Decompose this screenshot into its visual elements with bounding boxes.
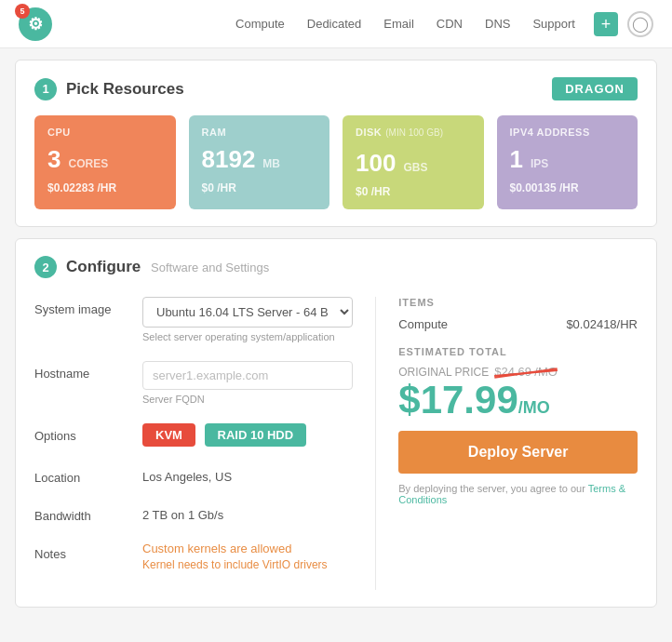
notes-label: Notes (34, 542, 128, 561)
location-row: Location Los Angeles, US (34, 465, 353, 485)
deploy-button[interactable]: Deploy Server (398, 431, 638, 474)
estimated-label: ESTIMATED TOTAL (398, 346, 638, 357)
final-price: $17.99/MO (398, 381, 638, 420)
compute-price: $0.02418/HR (566, 317, 638, 331)
location-label: Location (34, 465, 128, 485)
cpu-unit: CORES (68, 157, 108, 170)
kvm-button[interactable]: KVM (142, 423, 195, 447)
compute-item: Compute $0.02418/HR (398, 317, 638, 331)
system-image-content: Ubuntu 16.04 LTS Server - 64 Bit Select … (142, 297, 353, 342)
logo[interactable]: ⚙ 5 (19, 7, 52, 41)
ram-value: 8192 (202, 145, 256, 174)
step2-badge: 2 (34, 256, 57, 278)
dragon-button[interactable]: DRAGON (552, 77, 638, 100)
system-image-select[interactable]: Ubuntu 16.04 LTS Server - 64 Bit (142, 297, 353, 328)
nav-email[interactable]: Email (383, 17, 414, 31)
hostname-row: Hostname Server FQDN (34, 361, 353, 405)
pick-resources-section: 1 Pick Resources DRAGON CPU 3 CORES $0.0… (15, 60, 657, 227)
options-row: Options KVM RAID 10 HDD (34, 423, 353, 447)
logo-icon: ⚙ (28, 14, 43, 34)
disk-unit: GBs (403, 161, 427, 174)
ipv4-value-row: 1 IPs (510, 145, 625, 174)
location-content: Los Angeles, US (142, 465, 353, 484)
nav-links: Compute Dedicated Email CDN DNS Support (235, 17, 575, 31)
deploy-note: By deploying the server, you agree to ou… (398, 483, 638, 505)
section2-subtitle: Software and Settings (151, 261, 269, 274)
section1-title: 1 Pick Resources (34, 78, 184, 100)
notes-row: Notes Custom kernels are allowed Kernel … (34, 542, 353, 571)
section2-heading: Configure Software and Settings (66, 258, 269, 276)
step1-badge: 1 (34, 78, 57, 100)
hostname-input[interactable] (142, 361, 353, 390)
section1-header: 1 Pick Resources DRAGON (34, 77, 638, 100)
bandwidth-content: 2 TB on 1 Gb/s (142, 503, 353, 522)
location-value: Los Angeles, US (142, 465, 353, 484)
cpu-label: CPU (47, 127, 163, 138)
raid-button[interactable]: RAID 10 HDD (205, 423, 307, 447)
hostname-label: Hostname (34, 361, 128, 381)
bandwidth-row: Bandwidth 2 TB on 1 Gb/s (34, 503, 353, 523)
cpu-card[interactable]: CPU 3 CORES $0.02283 /HR (34, 115, 176, 209)
disk-price: $0 /HR (356, 185, 471, 198)
system-image-label: System image (34, 297, 128, 316)
disk-label: DISK (356, 127, 382, 138)
notes-primary: Custom kernels are allowed (142, 542, 353, 555)
system-image-hint: Select server operating system/applicati… (142, 331, 353, 342)
options-content: KVM RAID 10 HDD (142, 423, 353, 447)
resource-cards: CPU 3 CORES $0.02283 /HR RAM 8192 MB $0 … (34, 115, 638, 209)
cpu-value-row: 3 CORES (47, 145, 163, 174)
bandwidth-label: Bandwidth (34, 503, 128, 523)
compute-label: Compute (398, 317, 448, 331)
original-label: ORIGINAL PRICE (398, 366, 489, 379)
disk-value-row: 100 GBs (356, 149, 471, 178)
original-price-row: ORIGINAL PRICE $24.69 /MO (398, 365, 638, 379)
ipv4-unit: IPs (531, 157, 548, 170)
nav-dns[interactable]: DNS (485, 17, 510, 31)
configure-section: 2 Configure Software and Settings System… (15, 238, 657, 608)
ram-label: RAM (202, 127, 317, 138)
nav-compute[interactable]: Compute (235, 17, 285, 31)
nav-support[interactable]: Support (532, 17, 575, 31)
avatar[interactable]: ◯ (627, 11, 653, 37)
ram-unit: MB (262, 157, 280, 170)
hostname-hint: Server FQDN (142, 394, 353, 405)
disk-card[interactable]: DISK (MIN 100 GB) 100 GBs $0 /HR (343, 115, 484, 209)
ipv4-card[interactable]: IPV4 ADDRESS 1 IPs $0.00135 /HR (497, 115, 638, 209)
ipv4-value: 1 (510, 145, 523, 174)
ipv4-label: IPV4 ADDRESS (510, 127, 625, 138)
cpu-price: $0.02283 /HR (47, 181, 163, 194)
config-form: System image Ubuntu 16.04 LTS Server - 6… (34, 297, 353, 590)
ram-price: $0 /HR (202, 181, 317, 194)
nav-dedicated[interactable]: Dedicated (307, 17, 362, 31)
system-image-row: System image Ubuntu 16.04 LTS Server - 6… (34, 297, 353, 342)
items-label: ITEMS (398, 297, 638, 308)
section1-heading: Pick Resources (66, 80, 184, 99)
add-button[interactable]: + (594, 12, 618, 36)
nav-cdn[interactable]: CDN (437, 17, 463, 31)
bandwidth-value: 2 TB on 1 Gb/s (142, 503, 353, 522)
navbar: ⚙ 5 Compute Dedicated Email CDN DNS Supp… (0, 0, 672, 48)
ram-value-row: 8192 MB (202, 145, 317, 174)
options-label: Options (34, 423, 128, 443)
cpu-value: 3 (47, 145, 60, 174)
notification-badge: 5 (15, 4, 30, 19)
config-layout: System image Ubuntu 16.04 LTS Server - 6… (34, 297, 638, 590)
notes-secondary: Kernel needs to include VirtIO drivers (142, 558, 353, 571)
ipv4-price: $0.00135 /HR (510, 181, 625, 194)
ram-card[interactable]: RAM 8192 MB $0 /HR (189, 115, 330, 209)
disk-sublabel: (MIN 100 GB) (385, 127, 443, 138)
section2-header: 2 Configure Software and Settings (34, 256, 638, 278)
hostname-content: Server FQDN (142, 361, 353, 405)
original-price-value: $24.69 /MO (494, 365, 558, 379)
notes-content: Custom kernels are allowed Kernel needs … (142, 542, 353, 571)
nav-actions: + ◯ (594, 11, 653, 37)
pricing-panel: ITEMS Compute $0.02418/HR ESTIMATED TOTA… (375, 297, 638, 590)
disk-value: 100 (356, 149, 396, 178)
